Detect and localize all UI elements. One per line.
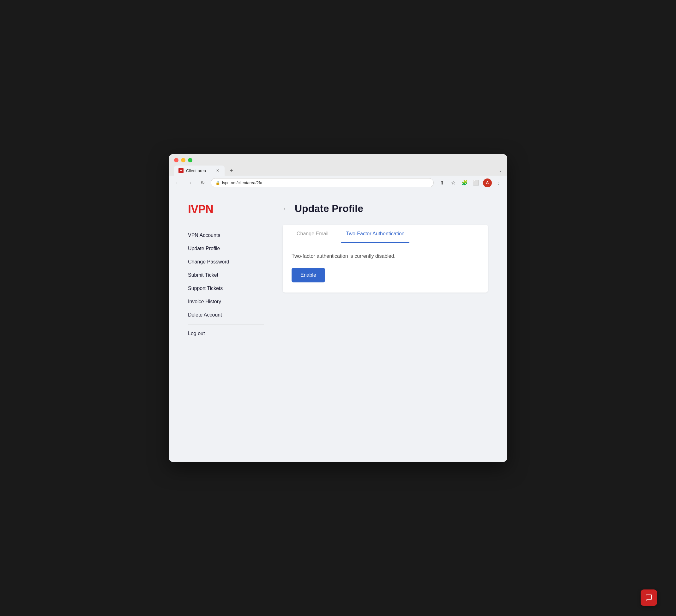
sidebar-item-submit-ticket[interactable]: Submit Ticket [188, 269, 264, 282]
tab-favicon-icon: V [178, 168, 183, 173]
sidebar-nav: VPN Accounts Update Profile Change Passw… [188, 229, 264, 340]
forward-icon: → [187, 180, 192, 186]
url-text: ivpn.net/clientarea/2fa [222, 180, 262, 185]
bookmark-button[interactable]: ☆ [449, 178, 458, 187]
forward-button[interactable]: → [185, 178, 194, 187]
sidebar-item-support-tickets[interactable]: Support Tickets [188, 282, 264, 295]
profile-card: Change Email Two-Factor Authentication T… [283, 225, 488, 292]
card-tabs: Change Email Two-Factor Authentication [283, 225, 488, 243]
address-bar-row: ← → ↻ 🔒 ivpn.net/clientarea/2fa ⬆ ☆ 🧩 ⬜ … [169, 176, 507, 190]
back-page-icon: ← [283, 205, 290, 213]
tab-two-factor[interactable]: Two-Factor Authentication [341, 225, 410, 243]
lock-icon: 🔒 [215, 181, 220, 185]
tab-dropdown-button[interactable]: ⌄ [499, 168, 502, 173]
active-tab[interactable]: V Client area ✕ [174, 166, 225, 176]
page-header: ← Update Profile [283, 203, 488, 215]
extensions-button[interactable]: 🧩 [460, 178, 469, 187]
logo: IVPN [188, 203, 264, 216]
share-button[interactable]: ⬆ [438, 178, 446, 187]
add-tab-button[interactable]: + [227, 166, 236, 175]
back-button[interactable]: ← [173, 178, 182, 187]
address-input[interactable]: 🔒 ivpn.net/clientarea/2fa [211, 178, 434, 187]
close-window-button[interactable] [174, 158, 178, 162]
sidebar-item-update-profile[interactable]: Update Profile [188, 242, 264, 255]
minimize-window-button[interactable] [181, 158, 185, 162]
back-icon: ← [175, 180, 180, 186]
chat-icon [645, 594, 653, 602]
chat-widget-button[interactable] [640, 590, 657, 606]
split-view-button[interactable]: ⬜ [471, 178, 481, 187]
logo-text: IVPN [188, 203, 213, 216]
page-title: Update Profile [295, 203, 363, 215]
sidebar-item-delete-account[interactable]: Delete Account [188, 308, 264, 322]
tab-title: Client area [186, 168, 206, 173]
browser-window: V Client area ✕ + ⌄ ← → ↻ 🔒 ivpn.net/cli… [169, 154, 507, 462]
back-page-button[interactable]: ← [283, 205, 290, 213]
browser-chrome: V Client area ✕ + ⌄ [169, 154, 507, 176]
window-controls [174, 158, 502, 162]
sidebar-item-vpn-accounts[interactable]: VPN Accounts [188, 229, 264, 242]
sidebar-item-invoice-history[interactable]: Invoice History [188, 295, 264, 308]
sidebar: IVPN VPN Accounts Update Profile Change … [188, 203, 264, 449]
2fa-status-text: Two-factor authentication is currently d… [292, 254, 479, 259]
main-content: ← Update Profile Change Email Two-Factor… [264, 203, 488, 449]
tab-close-button[interactable]: ✕ [215, 168, 220, 173]
reload-button[interactable]: ↻ [198, 178, 207, 187]
reload-icon: ↻ [201, 180, 205, 186]
enable-2fa-button[interactable]: Enable [292, 268, 325, 282]
menu-button[interactable]: ⋮ [494, 178, 503, 187]
sidebar-item-change-password[interactable]: Change Password [188, 255, 264, 269]
user-avatar[interactable]: A [483, 178, 492, 187]
tab-bar: V Client area ✕ + ⌄ [174, 166, 502, 176]
sidebar-item-logout[interactable]: Log out [188, 327, 264, 340]
toolbar-icons: ⬆ ☆ 🧩 ⬜ A ⋮ [438, 178, 503, 187]
page-content: IVPN VPN Accounts Update Profile Change … [169, 190, 507, 462]
maximize-window-button[interactable] [188, 158, 192, 162]
card-body: Two-factor authentication is currently d… [283, 243, 488, 292]
tab-change-email[interactable]: Change Email [292, 225, 334, 243]
